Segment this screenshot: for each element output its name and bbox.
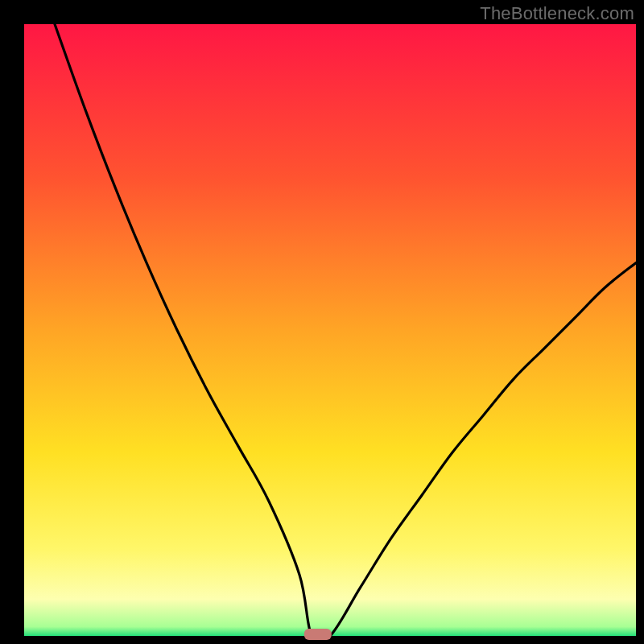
chart-plot-area <box>24 24 636 636</box>
bottleneck-chart <box>0 0 644 644</box>
optimal-marker <box>304 629 332 640</box>
watermark-text: TheBottleneck.com <box>480 3 634 24</box>
chart-container: TheBottleneck.com <box>0 0 644 644</box>
